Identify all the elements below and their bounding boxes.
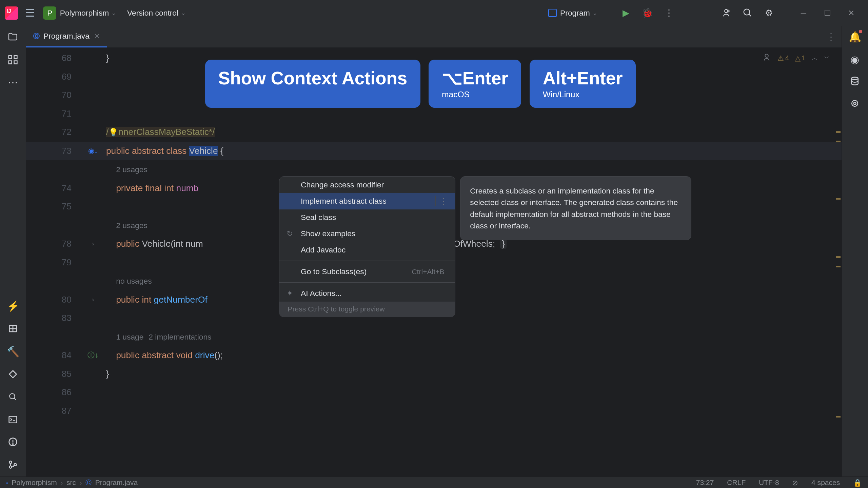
debug-icon[interactable]: 🐞 (641, 8, 654, 18)
implementations-gutter-icon[interactable]: ◉↓ (88, 142, 98, 160)
terminal-tool-icon[interactable] (7, 413, 19, 425)
refresh-icon: ↻ (287, 229, 293, 238)
run-tool-icon[interactable] (7, 368, 19, 380)
svg-point-22 (854, 102, 856, 105)
coverage-icon[interactable] (850, 99, 860, 110)
svg-point-16 (9, 461, 12, 464)
inspection-widget[interactable]: ⚠ 4 △ 1 ︿ ﹀ (762, 53, 830, 64)
ai-assistant-icon[interactable]: ◉ (850, 54, 859, 65)
search-icon[interactable] (741, 8, 754, 18)
crumb-file[interactable]: Program.java (95, 479, 138, 487)
line-number: 83 (26, 309, 80, 327)
banner-mac: ⌥Enter macOS (429, 60, 521, 108)
quick-doc-tooltip: Creates a subclass or an implementation … (460, 176, 691, 240)
titlebar: ☰ P Polymorphism ⌄ Version control ⌄ Pro… (0, 0, 868, 26)
tabs-more-icon[interactable]: ⋮ (826, 31, 836, 42)
menu-item-ai-actions[interactable]: ✦AI Actions... (279, 285, 455, 302)
menu-shortcut: Ctrl+Alt+B (412, 268, 444, 276)
menu-separator (279, 282, 455, 283)
main-menu-icon[interactable]: ☰ (25, 7, 35, 19)
svg-point-19 (765, 54, 768, 57)
tab-program-java[interactable]: Ⓒ Program.java ✕ (26, 26, 107, 47)
build-tool-icon[interactable]: 🔨 (7, 346, 19, 358)
usages-inlay[interactable]: 2 usages (116, 221, 147, 230)
close-icon[interactable]: ✕ (839, 8, 863, 18)
project-badge[interactable]: P (43, 6, 56, 20)
line-separator[interactable]: CRLF (727, 479, 746, 487)
line-number: 75 (26, 197, 80, 216)
prev-highlight-icon[interactable]: ︿ (812, 54, 818, 62)
usages-inlay[interactable]: 2 usages (116, 165, 147, 174)
fold-icon[interactable]: › (92, 235, 94, 253)
indent-widget[interactable]: 4 spaces (811, 479, 840, 487)
svg-rect-6 (14, 55, 17, 58)
error-stripe[interactable] (834, 48, 842, 477)
menu-item-add-javadoc[interactable]: Add Javadoc (279, 242, 455, 258)
reader-mode-icon[interactable] (762, 53, 771, 64)
breadcrumb[interactable]: ▫ Polymorphism › src › Ⓒ Program.java (6, 479, 138, 487)
run-config-selector[interactable]: Program ⌄ (548, 8, 608, 18)
svg-line-11 (14, 398, 16, 400)
svg-point-10 (9, 393, 15, 399)
line-number: 80 (26, 290, 80, 309)
minimize-icon[interactable]: ─ (792, 8, 815, 18)
banner-title: Show Context Actions (205, 60, 420, 108)
line-number: 70 (26, 86, 80, 104)
more-tool-icon[interactable]: ⋯ (7, 76, 19, 88)
run-icon[interactable]: ▶ (619, 8, 633, 18)
tab-label: Program.java (43, 32, 90, 41)
settings-icon[interactable]: ⚙ (763, 8, 776, 18)
lock-icon[interactable]: 🔒 (853, 479, 862, 487)
database-icon[interactable] (850, 76, 860, 88)
left-toolwindow-strip: ⋯ ⚡ 🔨 (0, 26, 26, 476)
maximize-icon[interactable]: ☐ (815, 8, 839, 18)
override-gutter-icon[interactable]: Ⓘ↓ (87, 346, 98, 365)
caret-position[interactable]: 73:27 (696, 479, 714, 487)
line-number: 68 (26, 49, 80, 67)
structure-tool-icon[interactable] (7, 54, 19, 65)
project-tool-icon[interactable] (7, 31, 19, 43)
implementations-inlay[interactable]: 2 implementations (149, 332, 211, 341)
find-tool-icon[interactable] (7, 391, 19, 403)
crumb-project[interactable]: Polymorphism (12, 479, 57, 487)
menu-item-change-access[interactable]: Change access modifier (279, 177, 455, 193)
chevron-down-icon[interactable]: ⌄ (111, 9, 116, 17)
notifications-icon[interactable]: 🔔 (849, 31, 861, 43)
menu-more-icon[interactable]: ⋮ (435, 196, 451, 206)
fold-icon[interactable]: › (92, 290, 94, 309)
svg-point-20 (852, 77, 858, 79)
close-tab-icon[interactable]: ✕ (94, 32, 100, 40)
project-name[interactable]: Polymorphism (60, 8, 109, 18)
next-highlight-icon[interactable]: ﹀ (824, 54, 830, 62)
banner-win: Alt+Enter Win/Linux (530, 60, 636, 108)
menu-item-goto-subclass[interactable]: Go to Subclass(es)Ctrl+Alt+B (279, 264, 455, 280)
menu-separator (279, 261, 455, 261)
line-number: 86 (26, 383, 80, 402)
status-bar: ▫ Polymorphism › src › Ⓒ Program.java 73… (0, 476, 868, 488)
version-control-menu[interactable]: Version control (127, 8, 178, 18)
editor-tabs: Ⓒ Program.java ✕ ⋮ (26, 26, 842, 47)
readonly-toggle-icon[interactable]: ⊘ (792, 479, 798, 487)
services-tool-icon[interactable] (7, 323, 19, 335)
weak-warning-badge[interactable]: △ 1 (795, 54, 806, 62)
svg-rect-5 (9, 55, 12, 58)
code-with-me-icon[interactable] (719, 7, 733, 18)
menu-item-show-examples[interactable]: ↻Show examples (279, 226, 455, 242)
problems-tool-icon[interactable] (7, 436, 19, 448)
chevron-down-icon[interactable]: ⌄ (181, 9, 186, 17)
usages-inlay[interactable]: no usages (116, 277, 152, 285)
line-number: 73 (26, 142, 80, 160)
editor-area: Ⓒ Program.java ✕ ⋮ ⚠ 4 △ 1 ︿ ﹀ Show C (26, 26, 842, 476)
menu-item-implement-abstract[interactable]: Implement abstract class⋮ (279, 193, 455, 209)
intention-bulb-icon[interactable]: 💡 (108, 128, 118, 137)
run-config-label: Program (560, 8, 590, 18)
crumb-src[interactable]: src (66, 479, 76, 487)
ai-tool-icon[interactable]: ⚡ (7, 300, 19, 312)
usages-inlay[interactable]: 1 usage (116, 332, 143, 341)
line-number: 85 (26, 365, 80, 383)
menu-item-seal-class[interactable]: Seal class (279, 209, 455, 226)
warning-badge[interactable]: ⚠ 4 (777, 54, 789, 62)
file-encoding[interactable]: UTF-8 (759, 479, 779, 487)
more-icon[interactable]: ⋮ (662, 8, 675, 18)
vcs-tool-icon[interactable] (7, 459, 19, 471)
